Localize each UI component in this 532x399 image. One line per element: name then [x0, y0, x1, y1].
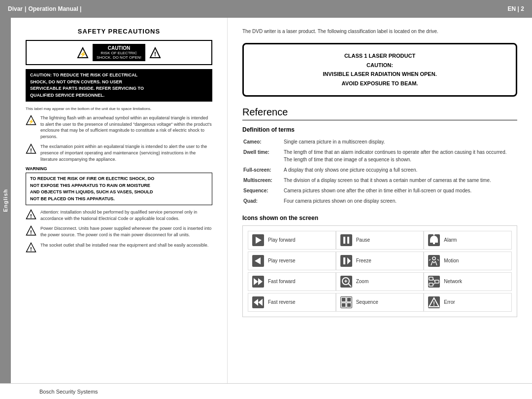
header-left: Divar | Operation Manual | [8, 5, 81, 12]
socket-icon: ! [26, 242, 36, 253]
svg-rect-48 [340, 296, 352, 308]
main-content: SAFETY PRECAUTIONS ⚡ CAUTION RISK OF ELE… [11, 18, 532, 383]
intro-text: The DVD writer is a laser product. The f… [242, 28, 517, 35]
definition-row: Multiscreen:The division of a display sc… [243, 177, 516, 186]
svg-text:⚡: ⚡ [28, 118, 34, 125]
laser-line4: AVOID EXPOSURE TO BEAM. [254, 79, 506, 88]
sequence-icon [339, 295, 353, 309]
laser-box: CLASS 1 LASER PRODUCT CAUTION: INVISIBLE… [242, 43, 517, 97]
laser-line2: CAUTION: [254, 61, 506, 70]
desc-cell: Four camera pictures shown on one displa… [284, 197, 516, 207]
icon-cell-error: ! Error [424, 293, 512, 312]
sequence-label: Sequence [356, 299, 378, 305]
caution-label-box: CAUTION RISK OF ELECTRIC SHOCK. DO NOT O… [93, 44, 145, 61]
svg-rect-20 [433, 243, 435, 244]
icon-cell-freeze: Freeze [336, 252, 424, 270]
attention-text: Attention: Installation should be perfor… [40, 209, 212, 221]
play-reverse-icon [251, 254, 265, 268]
reference-title: Reference [242, 107, 517, 120]
term-cell: Full-screen: [243, 166, 283, 176]
zoom-label: Zoom [356, 279, 369, 284]
definition-row: Sequence:Camera pictures shown one after… [243, 187, 516, 196]
term-cell: Multiscreen: [243, 177, 283, 186]
icons-grid-container: Play forward Pause Alarm Play reverse Fr… [242, 225, 517, 317]
network-label: Network [444, 279, 462, 284]
desc-cell: The division of a display screen so that… [284, 177, 516, 186]
svg-rect-16 [340, 234, 352, 246]
definitions-table: Cameo:Single camera picture in a multisc… [242, 137, 517, 208]
power-text: Power Disconnect. Units have power suppl… [40, 225, 212, 238]
small-note: This label may appear on the bottom of t… [26, 107, 212, 111]
term-cell: Quad: [243, 197, 283, 207]
page-number: 2 [521, 5, 524, 12]
icons-title: Icons shown on the screen [242, 215, 517, 221]
icon-cell-zoom: Zoom [336, 272, 424, 291]
lang-code: EN [508, 5, 516, 12]
laser-line3: INVISIBLE LASER RADIATION WHEN OPEN. [254, 70, 506, 79]
motion-label: Motion [444, 258, 459, 263]
brand-name: Divar [8, 5, 23, 12]
icon-cell-fast-reverse: Fast reverse [248, 293, 336, 312]
icon-cell-network: Network [424, 272, 512, 291]
header-right: EN | 2 [508, 5, 524, 12]
network-icon [427, 275, 441, 289]
definition-row: Quad:Four camera pictures shown on one d… [243, 197, 516, 207]
alarm-label: Alarm [444, 237, 457, 243]
exclamation-row: ! The exclamation point within an equila… [26, 144, 212, 162]
svg-text:!: ! [30, 229, 32, 235]
icon-cell-play-reverse: Play reverse [248, 252, 336, 270]
desc-cell: Single camera picture in a multiscreen d… [284, 138, 516, 147]
lightning-text: The lightning flash with an arrowhead sy… [40, 115, 212, 140]
term-cell: Cameo: [243, 138, 283, 147]
header: Divar | Operation Manual | EN | 2 [0, 0, 532, 18]
alarm-icon [427, 233, 441, 247]
language-label: English [2, 189, 8, 212]
sidebar-tab: English [0, 18, 11, 383]
play-reverse-label: Play reverse [268, 258, 296, 263]
right-panel: The DVD writer is a laser product. The f… [228, 18, 532, 383]
play-forward-icon [251, 233, 265, 247]
caution-box: ⚡ CAUTION RISK OF ELECTRIC SHOCK. DO NOT… [26, 40, 212, 65]
icon-cell-play-forward: Play forward [248, 231, 336, 250]
term-cell: Sequence: [243, 187, 283, 196]
desc-cell: A display that only shows one picture oc… [284, 166, 516, 176]
icon-cell-pause: Pause [336, 231, 424, 250]
exclamation-text: The exclamation point within an equilate… [40, 144, 212, 162]
svg-text:!: ! [433, 300, 435, 307]
bold-warning-1: CAUTION: TO REDUCE THE RISK OF ELECTRICA… [26, 69, 212, 102]
icons-grid: Play forward Pause Alarm Play reverse Fr… [248, 231, 512, 312]
caution-label: CAUTION [97, 45, 141, 51]
company-name: Bosch Security Systems [39, 389, 98, 395]
socket-row: ! The socket outlet shall be installed n… [26, 242, 212, 253]
pause-label: Pause [356, 237, 370, 243]
fast-forward-label: Fast forward [268, 279, 296, 284]
svg-text:!: ! [30, 213, 32, 219]
fast-forward-icon [251, 275, 265, 289]
left-panel: SAFETY PRECAUTIONS ⚡ CAUTION RISK OF ELE… [11, 18, 228, 383]
pause-icon [339, 233, 353, 247]
power-icon: ! [26, 225, 36, 236]
definition-row: Dwell time:The length of time that an al… [243, 148, 516, 165]
socket-text: The socket outlet shall be installed nea… [40, 242, 208, 249]
caution-triangle-left-icon: ⚡ [77, 47, 89, 59]
icon-cell-sequence: Sequence [336, 293, 424, 312]
icon-cell-alarm: Alarm [424, 231, 512, 250]
footer: Bosch Security Systems [0, 383, 532, 399]
header-separator: | [25, 5, 26, 12]
zoom-icon [339, 275, 353, 289]
svg-rect-17 [343, 237, 345, 244]
warning-heading: WARNING [26, 166, 212, 171]
definition-row: Full-screen:A display that only shows on… [243, 166, 516, 176]
desc-cell: Camera pictures shown one after the othe… [284, 187, 516, 196]
lightning-icon: ⚡ [26, 115, 36, 126]
icon-cell-fast-forward: Fast forward [248, 272, 336, 291]
play-forward-label: Play forward [268, 237, 296, 243]
bold-warning-2: TO REDUCE THE RISK OF FIRE OR ELECTRIC S… [26, 173, 212, 205]
error-label: Error [444, 299, 455, 305]
power-row: ! Power Disconnect. Units have power sup… [26, 225, 212, 238]
caution-triangle-right-icon: ! [149, 47, 161, 59]
term-cell: Dwell time: [243, 148, 283, 165]
safety-title: SAFETY PRECAUTIONS [26, 28, 212, 35]
svg-point-21 [433, 234, 435, 235]
desc-cell: The length of time that an alarm indicat… [284, 148, 516, 165]
